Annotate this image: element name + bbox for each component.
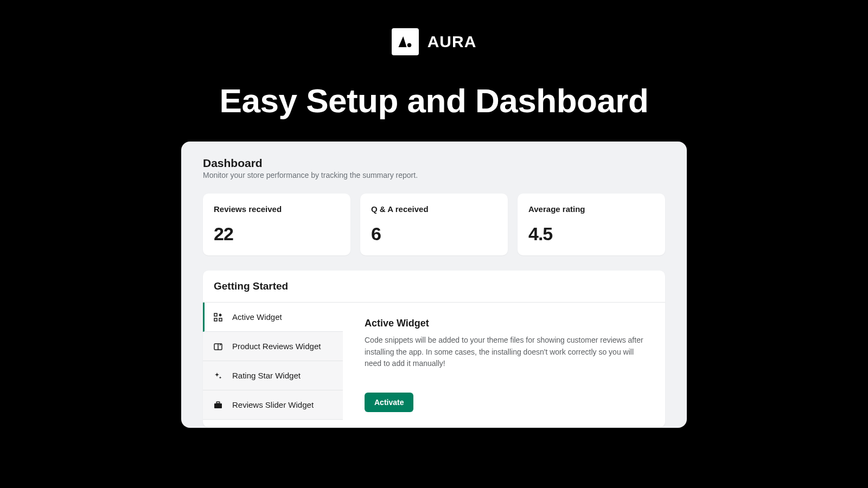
- hero-title: Easy Setup and Dashboard: [220, 81, 649, 120]
- stat-label: Reviews received: [214, 204, 340, 214]
- stat-card-reviews: Reviews received 22: [203, 194, 350, 255]
- svg-rect-1: [214, 313, 217, 316]
- dashboard-title: Dashboard: [203, 157, 665, 170]
- sparkle-icon: [214, 371, 222, 380]
- sidebar-item-label: Reviews Slider Widget: [232, 400, 314, 409]
- dashboard-subtitle: Monitor your store performance by tracki…: [203, 171, 665, 179]
- stat-label: Average rating: [528, 204, 654, 214]
- getting-started-header: Getting Started: [203, 271, 665, 303]
- dashboard-panel: Dashboard Monitor your store performance…: [181, 142, 687, 428]
- getting-started-content: Active Widget Code snippets will be adde…: [343, 303, 665, 427]
- brand: AURA: [392, 28, 477, 55]
- sidebar-item-label: Rating Star Widget: [232, 371, 301, 380]
- stat-value: 4.5: [528, 223, 654, 245]
- sidebar-item-label: Product Reviews Widget: [232, 342, 321, 351]
- sidebar-item-active-widget[interactable]: Active Widget: [203, 303, 343, 332]
- package-icon: [214, 342, 222, 351]
- activate-button[interactable]: Activate: [365, 393, 413, 412]
- svg-rect-2: [214, 318, 217, 321]
- getting-started-card: Getting Started Active Widget Product Re…: [203, 271, 665, 427]
- stat-value: 22: [214, 223, 340, 245]
- content-description: Code snippets will be added to your them…: [365, 335, 650, 370]
- brand-name: AURA: [427, 33, 477, 51]
- stat-label: Q & A received: [371, 204, 497, 214]
- svg-rect-6: [216, 402, 220, 403]
- widget-icon: [214, 313, 222, 322]
- briefcase-icon: [214, 401, 222, 409]
- sidebar-item-rating-star[interactable]: Rating Star Widget: [203, 361, 343, 390]
- stat-card-rating: Average rating 4.5: [518, 194, 665, 255]
- brand-logo-icon: [392, 28, 419, 55]
- getting-started-body: Active Widget Product Reviews Widget Rat…: [203, 303, 665, 427]
- svg-point-0: [407, 43, 411, 48]
- sidebar-item-reviews-slider[interactable]: Reviews Slider Widget: [203, 390, 343, 420]
- svg-rect-3: [219, 318, 222, 321]
- getting-started-title: Getting Started: [214, 280, 654, 292]
- getting-started-sidebar: Active Widget Product Reviews Widget Rat…: [203, 303, 343, 427]
- stat-value: 6: [371, 223, 497, 245]
- hero-header: AURA Easy Setup and Dashboard: [0, 0, 868, 120]
- stats-row: Reviews received 22 Q & A received 6 Ave…: [203, 194, 665, 255]
- svg-rect-5: [214, 403, 222, 408]
- sidebar-item-product-reviews[interactable]: Product Reviews Widget: [203, 332, 343, 361]
- content-title: Active Widget: [365, 318, 650, 329]
- sidebar-item-label: Active Widget: [232, 312, 282, 322]
- stat-card-qa: Q & A received 6: [360, 194, 508, 255]
